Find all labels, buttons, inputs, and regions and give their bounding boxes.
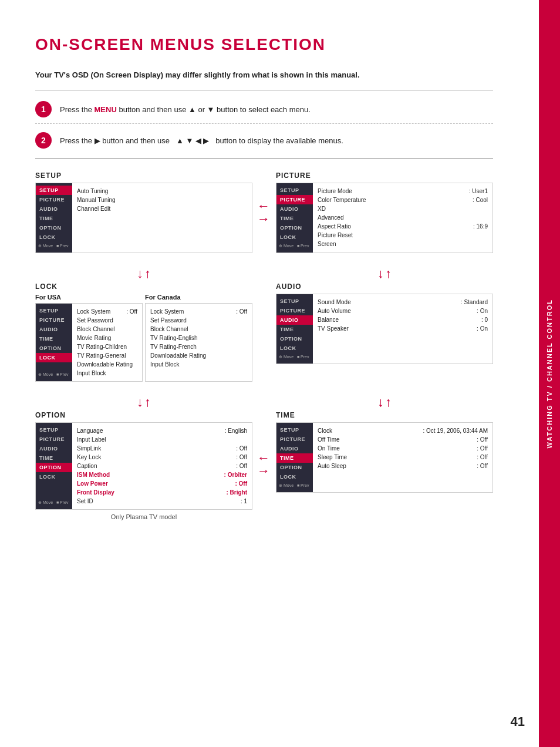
lock-canada-row-6: Downloadable Rating: [150, 351, 247, 360]
audio-sidebar-bottom: ⊕ Move ■ Prev: [276, 353, 313, 361]
footnote: Only Plasma TV model: [35, 513, 252, 520]
lock-usa-screenshot: SETUP PICTURE AUDIO TIME OPTION LOCK ⊕ M…: [35, 303, 143, 382]
lock-usa-audio: AUDIO: [36, 325, 72, 334]
option-row-2: Input Label: [77, 435, 247, 444]
option-row-3: SimpLink: Off: [77, 444, 247, 453]
lock-usa-lock: LOCK: [36, 353, 72, 362]
setup-lr-arrow: ← →: [257, 200, 270, 226]
option-row-4: Key Lock: Off: [77, 453, 247, 462]
picture-row-3: XD: [318, 204, 488, 213]
option-row-5: Caption: Off: [77, 462, 247, 470]
lock-usa-label: For USA: [35, 294, 143, 301]
option-row-6: ISM Method: Orbiter: [77, 470, 247, 479]
steps-area: 1 Press the MENU button and then use ▲ o…: [35, 101, 493, 149]
picture-row-6: Picture Reset: [318, 231, 488, 240]
time-row-5: Auto Sleep: Off: [318, 462, 488, 470]
subtitle: Your TV's OSD (On Screen Display) may di…: [35, 70, 493, 79]
setup-sidebar-time: TIME: [36, 214, 72, 223]
page-title: ON-SCREEN MENUS SELECTION: [35, 35, 493, 54]
option-main: Language: English Input Label SimpLink: …: [72, 423, 252, 509]
lock-screenshots: SETUP PICTURE AUDIO TIME OPTION LOCK ⊕ M…: [35, 303, 252, 382]
setup-sidebar-picture: PICTURE: [36, 195, 72, 204]
time-sidebar-option: OPTION: [276, 463, 313, 472]
lock-canada-row-3: Block Channel: [150, 325, 247, 334]
picture-sidebar-audio: AUDIO: [276, 204, 313, 214]
audio-row-3: Balance: 0: [318, 315, 488, 324]
picture-sidebar-setup: SETUP: [276, 186, 313, 195]
lock-usa-bottom: ⊕ Move ■ Prev: [36, 371, 72, 379]
time-row-3: On Time: Off: [318, 444, 488, 453]
option-row-8: Front Display: Bright: [77, 488, 247, 497]
time-sidebar-lock: LOCK: [276, 472, 313, 482]
setup-label: SETUP: [35, 171, 252, 180]
audio-ud-arrow: ↓↑: [377, 267, 392, 280]
divider-top: [35, 90, 493, 90]
lock-usa-setup: SETUP: [36, 306, 72, 315]
lock-usa-row-2: Set Password: [77, 316, 137, 325]
lock-canada-row-5: TV Rating-French: [150, 342, 247, 351]
lock-usa-main: Lock System: Off Set Password Block Chan…: [72, 304, 142, 381]
picture-row-1: Picture Mode: User1: [318, 187, 488, 196]
lock-usa-time: TIME: [36, 334, 72, 344]
picture-sidebar-bottom: ⊕ Move ■ Prev: [276, 242, 313, 250]
lock-canada-row-2: Set Password: [150, 316, 247, 325]
setup-sidebar-audio: AUDIO: [36, 204, 72, 214]
audio-sidebar: SETUP PICTURE AUDIO TIME OPTION LOCK ⊕ M…: [276, 294, 313, 364]
audio-section: ↓↑ AUDIO SETUP PICTURE AUDIO TIME OPTION…: [276, 267, 493, 382]
option-ud-arrow: ↓↑: [137, 396, 151, 409]
picture-row-7: Screen: [318, 240, 488, 248]
audio-row-1: Sound Mode: Standard: [318, 298, 488, 307]
setup-row-2: Manual Tuning: [77, 196, 247, 204]
lock-label: LOCK: [35, 282, 252, 291]
picture-screenshot: SETUP PICTURE AUDIO TIME OPTION LOCK ⊕ M…: [276, 183, 493, 253]
lock-usa-row-5: TV Rating-Children: [77, 342, 137, 351]
lock-canada-row-4: TV Rating-English: [150, 334, 247, 342]
step-1-text: Press the MENU button and then use ▲ or …: [60, 105, 311, 114]
step-1: 1 Press the MENU button and then use ▲ o…: [35, 101, 493, 117]
audio-sidebar-option: OPTION: [276, 334, 313, 344]
page-content: ON-SCREEN MENUS SELECTION Your TV's OSD …: [0, 0, 528, 556]
right-sidebar: WATCHING TV / CHANNEL CONTROL: [539, 0, 560, 747]
option-row-9: Set ID: 1: [77, 497, 247, 506]
setup-row-1: Auto Tuning: [77, 187, 247, 196]
step-2: 2 Press the ▶ button and then use ▲ ▼ ◀ …: [35, 132, 493, 149]
lock-usa-row-7: Downloadable Rating: [77, 360, 137, 369]
lock-usa-row-6: TV Rating-General: [77, 351, 137, 360]
lock-canada-main: Lock System: Off Set Password Block Chan…: [146, 304, 252, 381]
picture-row-4: Advanced: [318, 213, 488, 222]
audio-row-4: TV Speaker: On: [318, 324, 488, 333]
option-sidebar-picture: PICTURE: [36, 435, 72, 444]
time-sidebar-setup: SETUP: [276, 425, 313, 435]
time-screenshot: SETUP PICTURE AUDIO TIME OPTION LOCK ⊕ M…: [276, 422, 493, 493]
right-sidebar-text: WATCHING TV / CHANNEL CONTROL: [546, 299, 553, 448]
option-sidebar-option: OPTION: [36, 463, 72, 472]
picture-sidebar-picture: PICTURE: [276, 195, 313, 204]
audio-sidebar-lock: LOCK: [276, 344, 313, 353]
setup-screenshot: SETUP PICTURE AUDIO TIME OPTION LOCK ⊕ M…: [35, 183, 252, 253]
option-sidebar-audio: AUDIO: [36, 444, 72, 453]
option-screenshot: SETUP PICTURE AUDIO TIME OPTION LOCK ⊕ M…: [35, 422, 252, 510]
lock-usa-picture: PICTURE: [36, 315, 72, 325]
lock-sub-labels: For USA For Canada: [35, 294, 252, 301]
lock-canada-row-1: Lock System: Off: [150, 307, 247, 316]
option-sidebar-bottom: ⊕ Move ■ Prev: [36, 499, 72, 507]
lock-usa-option: OPTION: [36, 344, 72, 353]
lock-canada-label: For Canada: [145, 294, 252, 301]
option-sidebar-setup: SETUP: [36, 425, 72, 435]
menus-grid: SETUP SETUP PICTURE AUDIO TIME OPTION LO…: [35, 171, 493, 520]
audio-sidebar-time: TIME: [276, 325, 313, 334]
setup-sidebar: SETUP PICTURE AUDIO TIME OPTION LOCK ⊕ M…: [36, 183, 72, 253]
time-ud-arrow: ↓↑: [377, 396, 392, 409]
time-sidebar-picture: PICTURE: [276, 435, 313, 444]
picture-label: PICTURE: [276, 171, 493, 180]
time-label: TIME: [276, 411, 493, 419]
option-section: ↓↑ OPTION SETUP PICTURE AUDIO TIME OPTIO…: [35, 396, 252, 520]
setup-main: Auto Tuning Manual Tuning Channel Edit: [72, 183, 252, 253]
time-sidebar-bottom: ⊕ Move ■ Prev: [276, 482, 313, 490]
step-1-number: 1: [35, 101, 52, 117]
setup-row-3: Channel Edit: [77, 204, 247, 213]
setup-sidebar-setup: SETUP: [36, 186, 72, 195]
step-2-number: 2: [35, 132, 52, 149]
lock-usa-row-4: Movie Rating: [77, 334, 137, 342]
time-row-1: Clock: Oct 19, 2006, 03:44 AM: [318, 426, 488, 435]
